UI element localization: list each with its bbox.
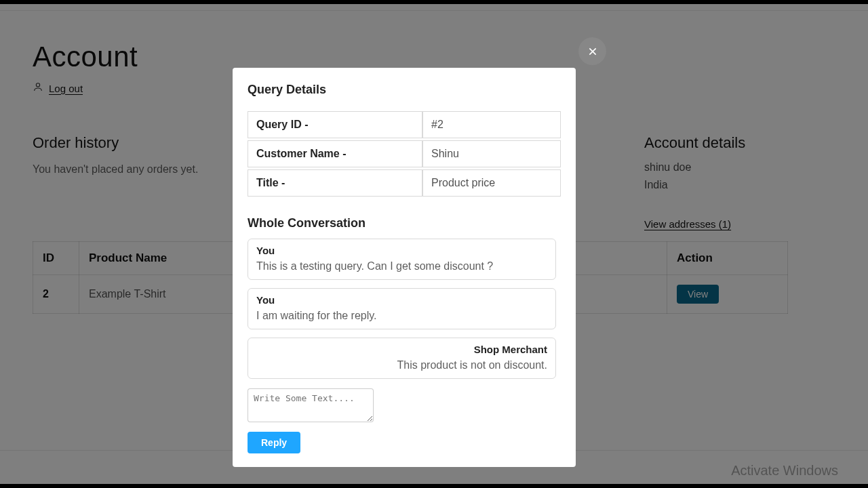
query-id-value: #2 bbox=[422, 111, 561, 138]
title-label: Title - bbox=[248, 169, 422, 197]
customer-name-value: Shinu bbox=[422, 140, 561, 167]
title-value: Product price bbox=[422, 169, 561, 197]
windows-watermark: Activate Windows bbox=[731, 463, 838, 479]
customer-name-label: Customer Name - bbox=[248, 140, 422, 167]
window-bottom-bar bbox=[0, 484, 868, 488]
message-text: I am waiting for the reply. bbox=[256, 310, 547, 322]
query-details-table: Query ID - #2 Customer Name - Shinu Titl… bbox=[248, 109, 561, 199]
message-text: This is a testing query. Can I get some … bbox=[256, 260, 547, 272]
close-button[interactable] bbox=[578, 37, 606, 65]
close-icon bbox=[587, 46, 598, 57]
reply-button[interactable]: Reply bbox=[248, 432, 300, 453]
conversation-heading: Whole Conversation bbox=[248, 216, 561, 230]
message-sender: You bbox=[256, 294, 547, 306]
reply-input[interactable] bbox=[248, 388, 374, 422]
message-text: This product is not on discount. bbox=[256, 359, 547, 371]
query-id-label: Query ID - bbox=[248, 111, 422, 138]
modal-title: Query Details bbox=[248, 83, 561, 97]
message-you-2: You I am waiting for the reply. bbox=[248, 288, 556, 329]
message-sender: You bbox=[256, 245, 547, 256]
message-merchant: Shop Merchant This product is not on dis… bbox=[248, 338, 556, 379]
query-details-modal: Query Details Query ID - #2 Customer Nam… bbox=[233, 68, 576, 467]
message-sender: Shop Merchant bbox=[256, 344, 547, 355]
message-you-1: You This is a testing query. Can I get s… bbox=[248, 239, 556, 280]
